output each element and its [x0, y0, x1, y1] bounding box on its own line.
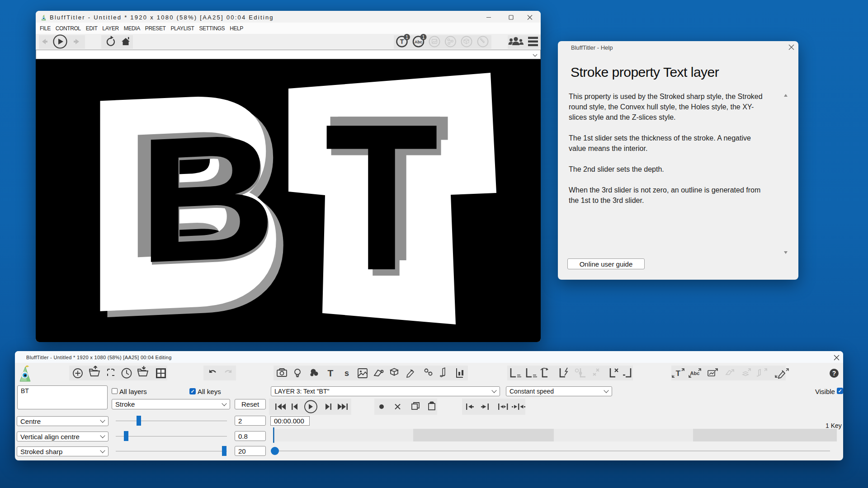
- svg-text:T: T: [325, 80, 439, 314]
- svg-text:T: T: [676, 369, 681, 378]
- svg-text:B: B: [138, 96, 277, 300]
- svg-text:?: ?: [832, 370, 836, 377]
- svg-text:1: 1: [406, 35, 408, 40]
- svg-text:T: T: [400, 38, 404, 45]
- svg-text:T: T: [328, 368, 334, 378]
- svg-text:1: 1: [422, 35, 425, 40]
- svg-text:Abc: Abc: [690, 371, 700, 376]
- svg-text:Abc: Abc: [415, 40, 422, 44]
- svg-text:s: s: [344, 369, 349, 378]
